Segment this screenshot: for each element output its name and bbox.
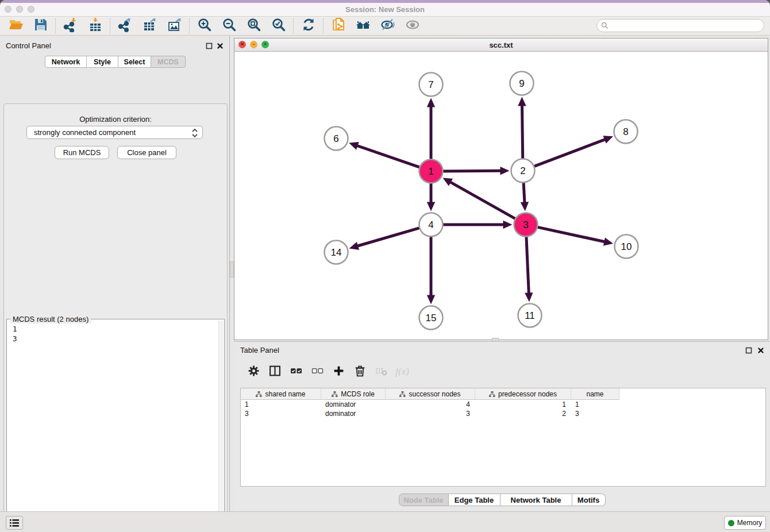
deselect-all-columns-button[interactable] [309, 364, 325, 380]
home-view-button[interactable] [351, 17, 375, 35]
graph-edge-1-2[interactable] [441, 171, 501, 171]
cell-successor-nodes[interactable]: 3 [386, 409, 475, 418]
graph-edge-arrow-1-4 [427, 202, 435, 211]
delete-columns-button[interactable] [352, 364, 368, 380]
column-header-successor-nodes[interactable]: successor nodes [386, 388, 475, 400]
network-view-window: ✕ − + scc.txt 7968124314101511 [234, 38, 768, 340]
mcds-panel: Optimization criterion: strongly connect… [3, 103, 228, 532]
cell-name[interactable]: 1 [571, 400, 619, 409]
refresh-network-icon [301, 17, 316, 34]
export-table-button[interactable] [137, 17, 162, 35]
tab-network[interactable]: Network [45, 56, 87, 68]
graph-edge-3-10[interactable] [536, 227, 605, 242]
delete-columns-icon [354, 365, 366, 379]
network-canvas[interactable]: 7968124314101511 [234, 52, 768, 340]
graph-edge-1-6[interactable] [356, 145, 421, 168]
cell-mcds-role[interactable]: dominator [321, 400, 386, 409]
cell-shared-name[interactable]: 1 [241, 400, 321, 409]
graph-edge-2-3[interactable] [523, 181, 525, 203]
memory-label: Memory [737, 519, 762, 527]
column-header-shared-name[interactable]: shared name [241, 388, 321, 400]
float-panel-icon[interactable] [206, 43, 213, 49]
cell-shared-name[interactable]: 3 [241, 409, 321, 418]
zoom-fit-icon [247, 17, 261, 34]
select-all-columns-button[interactable] [288, 364, 304, 380]
search-box[interactable] [596, 19, 764, 32]
network-window-titlebar[interactable]: ✕ − + scc.txt [234, 38, 768, 52]
graph-node-label-8: 8 [623, 126, 628, 137]
toolbar-separator [323, 18, 324, 33]
cell-mcds-role[interactable]: dominator [321, 409, 386, 418]
criterion-dropdown[interactable]: strongly connected component [26, 126, 203, 139]
tab-node-table[interactable]: Node Table [399, 494, 449, 506]
node-table: shared nameMCDS rolesuccessor nodesprede… [240, 388, 766, 487]
cell-predecessor-nodes[interactable]: 2 [475, 409, 571, 418]
graph-node-label-3: 3 [523, 219, 528, 230]
add-column-button[interactable] [330, 364, 346, 380]
column-label: predecessor nodes [498, 390, 557, 398]
tab-mcds[interactable]: MCDS [151, 56, 186, 68]
table-row-1: 3dominator323 [241, 409, 765, 418]
settings-gear-button[interactable] [245, 364, 261, 380]
refresh-network-button[interactable] [296, 17, 321, 35]
show-columns-button[interactable] [267, 364, 283, 380]
cell-successor-nodes[interactable]: 4 [386, 400, 475, 409]
add-column-icon [333, 365, 345, 379]
memory-status-icon [728, 520, 734, 526]
delete-table-icon [375, 365, 387, 379]
column-header-name[interactable]: name [571, 388, 619, 400]
graph-edge-2-9[interactable] [522, 105, 522, 160]
network-from-document-icon [331, 17, 346, 34]
import-table-button[interactable] [83, 17, 107, 35]
tab-motifs[interactable]: Motifs [572, 494, 606, 506]
cell-predecessor-nodes[interactable]: 1 [475, 400, 571, 409]
task-history-button[interactable] [6, 516, 23, 530]
zoom-in-button[interactable] [192, 17, 217, 35]
graph-edge-3-11[interactable] [526, 235, 529, 294]
zoom-fit-button[interactable] [241, 17, 266, 35]
run-mcds-button[interactable]: Run MCDS [55, 146, 109, 159]
zoom-out-button[interactable] [217, 17, 241, 35]
network-from-document-button[interactable] [326, 17, 351, 35]
vertical-split-handle[interactable] [230, 261, 234, 277]
hide-panels-button[interactable] [375, 17, 400, 35]
bird-eye-view-button[interactable] [400, 17, 425, 35]
column-header-mcds-role[interactable]: MCDS role [321, 388, 386, 400]
graph-edge-arrow-2-3 [521, 202, 529, 211]
search-input[interactable] [609, 21, 764, 31]
export-network-button[interactable] [113, 17, 137, 35]
graph-edge-4-14[interactable] [357, 228, 421, 246]
zoom-selected-button[interactable] [266, 17, 291, 35]
tab-network-table[interactable]: Network Table [500, 494, 572, 506]
close-panel-icon[interactable] [217, 43, 224, 49]
open-session-button[interactable] [3, 17, 28, 35]
window-titlebar[interactable]: Session: New Session [0, 3, 770, 16]
import-network-button[interactable] [58, 17, 83, 35]
graph-edge-arrow-4-15 [427, 295, 435, 304]
tab-edge-table[interactable]: Edge Table [449, 494, 500, 506]
graph-edge-arrow-2-9 [518, 97, 526, 106]
column-header-predecessor-nodes[interactable]: predecessor nodes [475, 388, 571, 400]
export-image-button[interactable] [162, 17, 187, 35]
float-table-panel-icon[interactable] [745, 347, 752, 354]
graph-edge-2-8[interactable] [533, 139, 606, 167]
table-panel-title: Table Panel [240, 346, 279, 354]
graph-edge-arrow-4-14 [349, 242, 359, 250]
save-session-button[interactable] [28, 17, 53, 35]
apply-function-button: f(x) [394, 364, 410, 380]
graph-edge-arrow-3-10 [603, 238, 613, 246]
memory-button[interactable]: Memory [724, 516, 766, 530]
tab-select[interactable]: Select [118, 56, 151, 68]
close-table-panel-icon[interactable] [757, 347, 764, 354]
export-table-icon [143, 17, 157, 34]
graph-node-label-9: 9 [519, 78, 524, 89]
apply-function-icon: f(x) [395, 366, 409, 377]
close-panel-button[interactable]: Close panel [117, 146, 176, 159]
graph-node-label-6: 6 [333, 133, 338, 144]
result-scrollbar[interactable] [218, 321, 224, 532]
graph-edge-3-1[interactable] [450, 182, 517, 219]
tab-style[interactable]: Style [87, 56, 118, 68]
column-edit-icon [256, 391, 262, 397]
mcds-result-textarea[interactable]: 1 3 [7, 321, 219, 532]
cell-name[interactable]: 3 [571, 409, 619, 418]
